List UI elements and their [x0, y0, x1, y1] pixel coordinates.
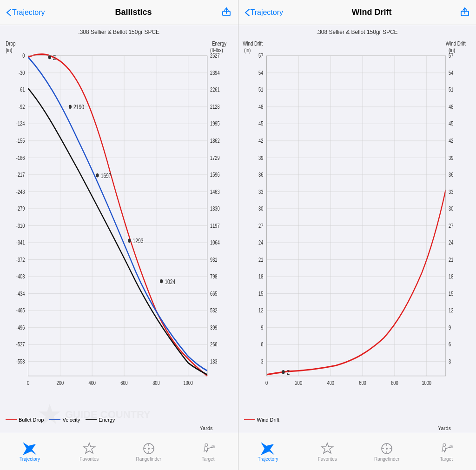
energy-1024-dot: [160, 279, 163, 283]
svg-text:266: 266: [210, 341, 217, 348]
tab-rangefinder-label-left: Rangefinder: [136, 457, 161, 462]
ballistics-tab-bar: ★ GUIDE COUNTRY Trajectory Favorites: [0, 433, 238, 470]
tab-target-right[interactable]: Target: [416, 433, 476, 470]
svg-text:400: 400: [88, 380, 95, 386]
svg-text:1463: 1463: [210, 188, 220, 195]
svg-text:-30: -30: [19, 69, 25, 76]
velocity-legend: Velocity: [49, 417, 80, 423]
svg-text:800: 800: [391, 380, 398, 386]
ballistics-chart: Drop (in) Energy (ft-lbs): [2, 36, 236, 415]
svg-text:3: 3: [449, 358, 451, 365]
svg-text:21: 21: [258, 256, 263, 263]
ballistics-nav: Trajectory Ballistics: [0, 0, 238, 25]
target-icon-right: [440, 442, 453, 455]
svg-text:1064: 1064: [210, 239, 220, 246]
tab-favorites-label-right: Favorites: [318, 457, 337, 462]
svg-text:33: 33: [258, 188, 263, 195]
svg-text:30: 30: [449, 205, 453, 212]
svg-text:1862: 1862: [210, 138, 220, 144]
svg-text:0: 0: [27, 380, 29, 386]
wind-drift-share-button[interactable]: [460, 7, 469, 19]
tab-trajectory-left[interactable]: Trajectory: [0, 433, 60, 470]
svg-text:2527: 2527: [210, 53, 220, 59]
ballistics-chart-title: .308 Sellier & Bellot 150gr SPCE: [2, 29, 236, 35]
svg-text:Wind Drift: Wind Drift: [445, 40, 465, 46]
svg-text:54: 54: [258, 69, 263, 76]
svg-text:400: 400: [327, 380, 334, 386]
svg-text:-465: -465: [16, 307, 25, 314]
svg-text:1995: 1995: [210, 120, 220, 127]
svg-text:2128: 2128: [210, 104, 220, 110]
tab-favorites-label-left: Favorites: [79, 457, 99, 462]
svg-text:18: 18: [258, 273, 263, 280]
tab-trajectory-right[interactable]: Trajectory: [238, 433, 298, 470]
svg-text:600: 600: [359, 380, 366, 386]
svg-text:42: 42: [449, 138, 453, 144]
svg-text:200: 200: [295, 380, 302, 386]
svg-text:0: 0: [22, 53, 25, 59]
energy-legend: Energy: [86, 417, 115, 423]
svg-text:600: 600: [120, 380, 127, 386]
ballistics-back-label: Trajectory: [12, 8, 45, 17]
svg-text:51: 51: [449, 86, 453, 93]
svg-text:-155: -155: [16, 138, 25, 144]
svg-text:-186: -186: [16, 154, 25, 161]
svg-text:27: 27: [449, 222, 453, 229]
svg-text:532: 532: [210, 307, 217, 314]
svg-text:665: 665: [210, 290, 217, 297]
ballistics-chart-area: .308 Sellier & Bellot 150gr SPCE Drop (i…: [0, 25, 238, 433]
wind-drift-back-button[interactable]: Trajectory: [245, 8, 284, 17]
favorites-icon-right: [321, 442, 334, 455]
wind-drift-zero-label: Z: [286, 369, 290, 376]
svg-text:54: 54: [449, 69, 453, 76]
wind-drift-legend-item: Wind Drift: [244, 417, 279, 423]
wind-drift-legend-line: [244, 419, 255, 420]
svg-text:15: 15: [449, 290, 453, 297]
tab-favorites-right[interactable]: Favorites: [298, 433, 357, 470]
trajectory-icon-left: [23, 442, 37, 455]
energy-legend-label: Energy: [99, 417, 115, 423]
svg-point-174: [443, 444, 446, 446]
svg-marker-166: [261, 442, 275, 455]
tab-rangefinder-left[interactable]: Rangefinder: [119, 433, 178, 470]
wind-drift-yards-label: Yards: [240, 425, 475, 431]
back-chevron-icon-right: [245, 9, 250, 16]
svg-text:12: 12: [258, 307, 263, 314]
svg-text:0: 0: [265, 380, 267, 386]
energy-1697-dot: [96, 173, 99, 177]
ballistics-back-button[interactable]: Trajectory: [7, 8, 45, 17]
tab-target-left[interactable]: Target: [178, 433, 238, 470]
target-icon-left: [202, 442, 215, 455]
svg-text:1000: 1000: [422, 380, 431, 386]
svg-text:36: 36: [258, 172, 263, 178]
svg-text:(in): (in): [449, 46, 455, 53]
svg-text:-434: -434: [16, 290, 25, 297]
velocity-legend-label: Velocity: [62, 417, 80, 423]
energy-1024-label: 1024: [165, 278, 175, 285]
svg-text:57: 57: [449, 53, 453, 59]
tab-rangefinder-right[interactable]: Rangefinder: [357, 433, 416, 470]
svg-text:Energy: Energy: [212, 40, 226, 46]
svg-text:1330: 1330: [210, 205, 220, 212]
svg-text:45: 45: [258, 120, 263, 127]
wind-drift-screen: Trajectory Wind Drift .308 Sellier & Bel…: [238, 0, 476, 470]
left-axis-label: Drop: [6, 40, 16, 46]
ballistics-yards-label: Yards: [2, 425, 236, 431]
svg-text:48: 48: [449, 104, 453, 110]
svg-rect-76: [28, 56, 207, 376]
svg-text:36: 36: [449, 172, 453, 178]
wind-drift-back-label: Trajectory: [251, 8, 284, 17]
tab-trajectory-label-left: Trajectory: [20, 457, 40, 462]
energy-legend-line: [86, 419, 97, 420]
wind-drift-chart: Wind Drift (in) Wind Drift (in): [240, 36, 475, 415]
svg-text:Wind Drift: Wind Drift: [243, 40, 263, 46]
energy-2190-dot: [69, 105, 72, 109]
svg-text:33: 33: [449, 188, 453, 195]
tab-target-label-left: Target: [202, 457, 215, 462]
ballistics-share-button[interactable]: [222, 7, 231, 19]
svg-text:21: 21: [449, 256, 453, 263]
favorites-icon-left: [83, 442, 96, 455]
tab-favorites-left[interactable]: Favorites: [60, 433, 119, 470]
svg-text:9: 9: [261, 324, 263, 331]
svg-text:(in): (in): [6, 46, 12, 53]
